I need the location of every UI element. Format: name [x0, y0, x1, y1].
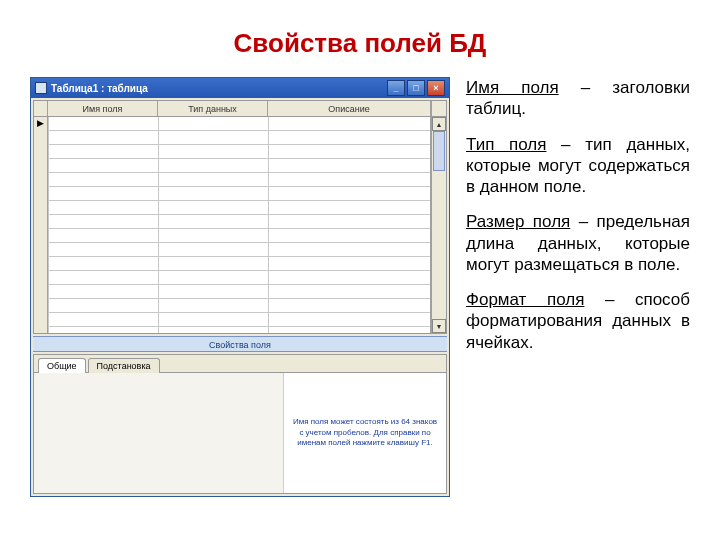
term-field-size: Размер поля: [466, 212, 570, 231]
content-row: Таблица1 : таблица _ □ × Имя поля Тип да…: [0, 77, 720, 497]
row-selector-gutter: [34, 117, 48, 333]
app-icon: [35, 82, 47, 94]
property-list[interactable]: [34, 373, 284, 493]
grid-body: ▶ ▲ ▼: [34, 117, 446, 333]
explain-field-format: Формат поля – способ форматирования данн…: [466, 289, 690, 353]
grid-header-selector: [34, 101, 48, 116]
property-hint: Имя поля может состоять из 64 знаков с у…: [284, 373, 446, 493]
explanations: Имя поля – заголовки таблиц. Тип поля – …: [466, 77, 690, 497]
grid-header-description: Описание: [268, 101, 431, 116]
scroll-thumb[interactable]: [433, 131, 445, 171]
grid-header-datatype: Тип данных: [158, 101, 268, 116]
explain-field-type: Тип поля – тип данных, которые могут сод…: [466, 134, 690, 198]
grid-rows[interactable]: ▶: [34, 117, 431, 333]
slide-title: Свойства полей БД: [0, 0, 720, 77]
property-tabs: Общие Подстановка: [34, 355, 446, 373]
window-titlebar: Таблица1 : таблица _ □ ×: [31, 78, 449, 98]
grid-header-scroll-corner: [431, 101, 446, 116]
maximize-button[interactable]: □: [407, 80, 425, 96]
property-body: Имя поля может состоять из 64 знаков с у…: [34, 373, 446, 493]
tab-lookup[interactable]: Подстановка: [88, 358, 160, 373]
grid-header: Имя поля Тип данных Описание: [34, 101, 446, 117]
minimize-button[interactable]: _: [387, 80, 405, 96]
field-properties-pane: Общие Подстановка Имя поля может состоят…: [33, 354, 447, 494]
current-row-marker-icon: ▶: [37, 118, 44, 128]
scroll-down-button[interactable]: ▼: [432, 319, 446, 333]
scroll-up-button[interactable]: ▲: [432, 117, 446, 131]
window-title: Таблица1 : таблица: [51, 83, 148, 94]
vertical-scrollbar[interactable]: ▲ ▼: [431, 117, 446, 333]
explain-field-name: Имя поля – заголовки таблиц.: [466, 77, 690, 120]
design-grid: Имя поля Тип данных Описание ▶ ▲ ▼: [33, 100, 447, 334]
close-button[interactable]: ×: [427, 80, 445, 96]
explain-field-size: Размер поля – предельная длина данных, к…: [466, 211, 690, 275]
tab-general[interactable]: Общие: [38, 358, 86, 373]
term-field-type: Тип поля: [466, 135, 546, 154]
grid-header-fieldname: Имя поля: [48, 101, 158, 116]
term-field-name: Имя поля: [466, 78, 559, 97]
term-field-format: Формат поля: [466, 290, 584, 309]
field-properties-label: Свойства поля: [33, 336, 447, 352]
access-window: Таблица1 : таблица _ □ × Имя поля Тип да…: [30, 77, 450, 497]
